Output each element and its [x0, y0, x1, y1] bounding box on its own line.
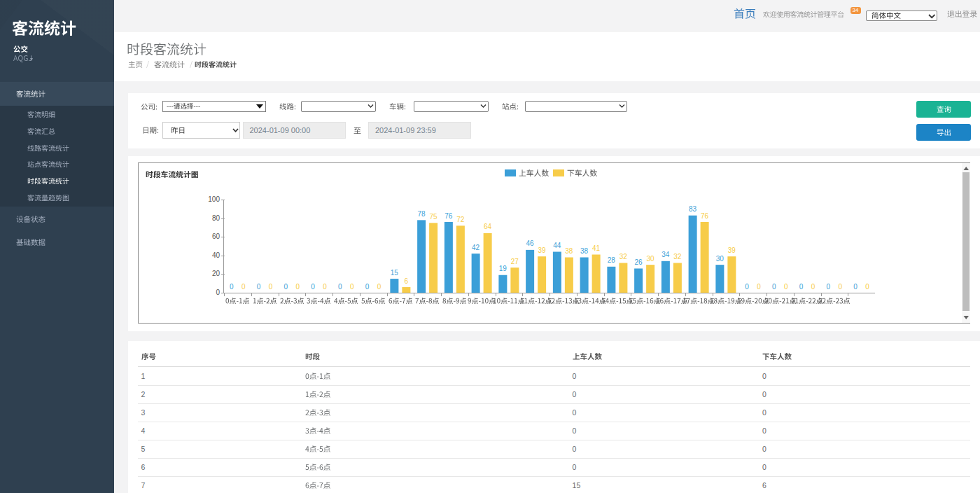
- svg-text:39: 39: [538, 246, 547, 254]
- svg-text:44: 44: [553, 242, 561, 249]
- svg-text:60: 60: [212, 232, 220, 240]
- svg-text:0: 0: [241, 283, 246, 291]
- svg-text:0: 0: [296, 283, 300, 291]
- svg-text:0: 0: [377, 283, 382, 291]
- svg-text:0: 0: [230, 283, 234, 291]
- svg-text:42: 42: [472, 244, 480, 251]
- svg-text:38: 38: [565, 247, 573, 255]
- svg-text:19: 19: [499, 265, 507, 272]
- svg-text:6: 6: [405, 277, 409, 285]
- svg-text:0: 0: [216, 289, 220, 296]
- svg-text:32: 32: [673, 253, 682, 261]
- svg-text:78: 78: [418, 210, 426, 218]
- svg-text:0: 0: [365, 283, 370, 291]
- svg-text:0: 0: [865, 283, 869, 291]
- svg-text:0: 0: [257, 283, 261, 291]
- svg-text:30: 30: [716, 255, 724, 263]
- svg-text:28: 28: [608, 256, 616, 264]
- svg-text:20: 20: [212, 270, 220, 277]
- svg-text:41: 41: [592, 244, 601, 252]
- svg-text:0: 0: [853, 283, 858, 291]
- svg-text:32: 32: [620, 253, 628, 261]
- svg-text:0: 0: [772, 283, 776, 291]
- svg-text:76: 76: [701, 212, 709, 220]
- svg-text:0: 0: [839, 283, 843, 291]
- svg-text:75: 75: [430, 213, 438, 221]
- svg-text:100: 100: [208, 195, 220, 203]
- svg-text:0: 0: [827, 283, 831, 291]
- svg-text:0: 0: [338, 283, 342, 291]
- svg-text:0: 0: [311, 283, 315, 291]
- svg-text:0: 0: [799, 283, 804, 291]
- svg-text:0: 0: [784, 283, 788, 291]
- svg-text:26: 26: [635, 258, 643, 266]
- svg-text:34: 34: [662, 251, 670, 258]
- svg-text:46: 46: [526, 239, 535, 247]
- svg-text:15: 15: [391, 269, 399, 277]
- svg-text:64: 64: [484, 223, 492, 230]
- svg-text:0: 0: [323, 283, 327, 291]
- svg-text:0: 0: [350, 283, 354, 291]
- svg-text:0: 0: [269, 283, 273, 291]
- svg-text:0: 0: [757, 283, 761, 291]
- svg-text:0: 0: [284, 283, 288, 291]
- svg-text:0: 0: [811, 283, 816, 291]
- svg-text:83: 83: [689, 205, 697, 213]
- svg-text:72: 72: [456, 216, 465, 223]
- svg-text:40: 40: [212, 251, 220, 259]
- svg-text:27: 27: [511, 258, 519, 265]
- svg-text:76: 76: [444, 212, 453, 220]
- svg-text:39: 39: [728, 246, 736, 254]
- svg-text:80: 80: [212, 214, 220, 222]
- svg-text:30: 30: [647, 255, 655, 263]
- svg-text:38: 38: [580, 247, 589, 255]
- svg-text:0: 0: [745, 283, 749, 291]
